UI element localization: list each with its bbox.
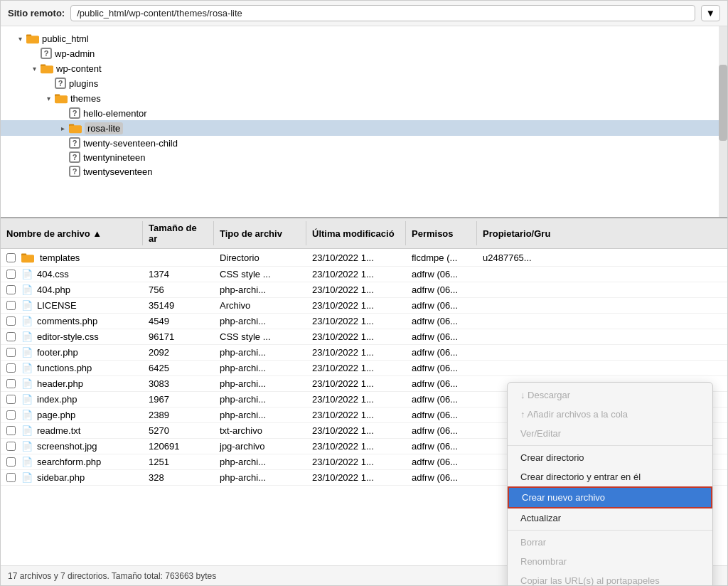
file-modified-col: 23/10/2022 1...: [306, 361, 406, 375]
tree-item-label: plugins: [69, 78, 98, 89]
col-header-perms[interactable]: Permisos: [406, 221, 477, 245]
file-row[interactable]: 📄functions.php6425php-archi...23/10/2022…: [1, 361, 727, 376]
file-modified-col: 23/10/2022 1...: [306, 407, 406, 422]
question-icon: ?: [69, 151, 80, 163]
file-checkbox[interactable]: [6, 457, 16, 467]
file-name-col: 📄editor-style.css: [1, 329, 143, 344]
tree-item-public_html[interactable]: public_html: [1, 31, 727, 46]
file-perms-col: flcdmpe (...: [406, 249, 477, 266]
file-size-col: 756: [143, 282, 214, 297]
file-name-col: 📄404.php: [1, 282, 143, 297]
file-perms-col: adfrw (06...: [406, 361, 477, 375]
file-checkbox[interactable]: [6, 285, 16, 294]
tree-item-label: twentyseventeen: [83, 166, 153, 177]
context-menu-separator: [508, 530, 712, 531]
file-modified-col: 23/10/2022 1...: [306, 376, 406, 391]
context-menu-item-copy-url: Copiar las URL(s) al portapapeles: [508, 571, 712, 585]
col-header-name[interactable]: Nombre de archivo ▲: [1, 221, 143, 245]
file-table-header: Nombre de archivo ▲Tamaño de arTipo de a…: [1, 218, 727, 249]
file-name: page.php: [37, 410, 75, 420]
tree-item-plugins[interactable]: ?plugins: [1, 76, 727, 90]
file-row[interactable]: 📄404.css1374CSS style ...23/10/2022 1...…: [1, 267, 727, 282]
file-checkbox[interactable]: [6, 442, 16, 451]
file-modified-col: 23/10/2022 1...: [306, 314, 406, 329]
context-menu-item-create-dir-enter[interactable]: Crear directorio y entrar en él: [508, 467, 712, 486]
context-menu-separator: [508, 445, 712, 446]
file-type-col: php-archi...: [214, 376, 306, 391]
file-perms-col: adfrw (06...: [406, 314, 477, 329]
tree-item-label: hello-elementor: [83, 108, 147, 119]
file-size-col: 328: [143, 470, 214, 485]
file-perms-col: adfrw (06...: [406, 282, 477, 297]
file-icon: 📄: [21, 300, 33, 311]
file-modified-col: 23/10/2022 1...: [306, 392, 406, 407]
file-checkbox[interactable]: [6, 379, 16, 388]
svg-rect-11: [69, 125, 82, 132]
file-checkbox[interactable]: [6, 270, 16, 279]
file-size-col: 6425: [143, 361, 214, 375]
context-menu-item-add-queue: ↑ Añadir archivos a la cola: [508, 405, 712, 424]
file-size-col: 1251: [143, 454, 214, 469]
file-checkbox[interactable]: [6, 426, 16, 435]
file-owner-col: u2487765...: [477, 249, 562, 266]
tree-item-wp-content[interactable]: wp-content: [1, 60, 727, 76]
file-checkbox[interactable]: [6, 316, 16, 326]
remote-bar-label: Sitio remoto:: [8, 8, 65, 18]
remote-path-input[interactable]: [70, 5, 695, 21]
folder-icon: [55, 92, 68, 105]
tree-item-twentynineteen[interactable]: ?twentynineteen: [1, 150, 727, 164]
tree-scrollbar[interactable]: [719, 26, 727, 217]
file-row[interactable]: templatesDirectorio23/10/2022 1...flcdmp…: [1, 249, 727, 267]
file-checkbox[interactable]: [6, 301, 16, 310]
tree-item-label: wp-admin: [55, 48, 95, 59]
file-checkbox[interactable]: [6, 253, 16, 262]
col-header-size[interactable]: Tamaño de ar: [143, 221, 214, 245]
file-name: footer.php: [37, 347, 78, 358]
file-row[interactable]: 📄editor-style.css96171CSS style ...23/10…: [1, 329, 727, 345]
file-type-col: php-archi...: [214, 392, 306, 407]
file-row[interactable]: 📄footer.php2092php-archi...23/10/2022 1.…: [1, 345, 727, 361]
file-modified-col: 23/10/2022 1...: [306, 298, 406, 313]
file-icon: 📄: [21, 441, 33, 452]
status-text: 17 archivos y 7 directorios. Tamaño tota…: [8, 571, 216, 581]
main-container: Sitio remoto: ▼ public_html?wp-admin wp-…: [0, 0, 728, 586]
tree-item-themes[interactable]: themes: [1, 90, 727, 106]
file-checkbox[interactable]: [6, 395, 16, 404]
file-checkbox[interactable]: [6, 348, 16, 357]
svg-rect-14: [21, 255, 34, 262]
file-row[interactable]: 📄LICENSE35149Archivo23/10/2022 1...adfrw…: [1, 298, 727, 314]
file-size-col: 96171: [143, 329, 214, 344]
col-header-owner[interactable]: Propietario/Gru: [477, 221, 562, 245]
context-menu-item-create-dir[interactable]: Crear directorio: [508, 448, 712, 467]
tree-item-rosa-lite[interactable]: rosa-lite: [1, 120, 727, 136]
file-checkbox[interactable]: [6, 473, 16, 482]
col-header-type[interactable]: Tipo de archiv: [214, 221, 306, 245]
file-checkbox[interactable]: [6, 332, 16, 341]
chevron-themes: [43, 93, 53, 103]
file-size-col: 3083: [143, 376, 214, 391]
file-type-col: php-archi...: [214, 314, 306, 329]
file-name-col: 📄readme.txt: [1, 423, 143, 438]
context-menu-item-create-file[interactable]: Crear nuevo archivo: [508, 486, 712, 508]
file-owner-col: [477, 361, 562, 375]
file-name-col: 📄LICENSE: [1, 298, 143, 313]
context-menu-item-refresh[interactable]: Actualizar: [508, 508, 712, 528]
file-modified-col: 23/10/2022 1...: [306, 267, 406, 282]
tree-item-wp-admin[interactable]: ?wp-admin: [1, 46, 727, 60]
remote-path-dropdown[interactable]: ▼: [701, 5, 720, 21]
file-row[interactable]: 📄404.php756php-archi...23/10/2022 1...ad…: [1, 282, 727, 298]
file-name: comments.php: [37, 316, 97, 326]
file-checkbox[interactable]: [6, 410, 16, 420]
col-header-modified[interactable]: Última modificació: [306, 221, 406, 245]
file-name: screenshot.jpg: [37, 441, 97, 452]
tree-item-twenty-seventeen-child[interactable]: ?twenty-seventeen-child: [1, 136, 727, 150]
folder-icon: [26, 32, 39, 45]
file-name: LICENSE: [37, 300, 77, 311]
file-size-col: 2389: [143, 407, 214, 422]
tree-item-hello-elementor[interactable]: ?hello-elementor: [1, 106, 727, 120]
file-perms-col: adfrw (06...: [406, 345, 477, 360]
tree-item-twentyseventeen[interactable]: ?twentyseventeen: [1, 164, 727, 179]
file-type-col: CSS style ...: [214, 267, 306, 282]
file-row[interactable]: 📄comments.php4549php-archi...23/10/2022 …: [1, 314, 727, 329]
file-checkbox[interactable]: [6, 363, 16, 373]
